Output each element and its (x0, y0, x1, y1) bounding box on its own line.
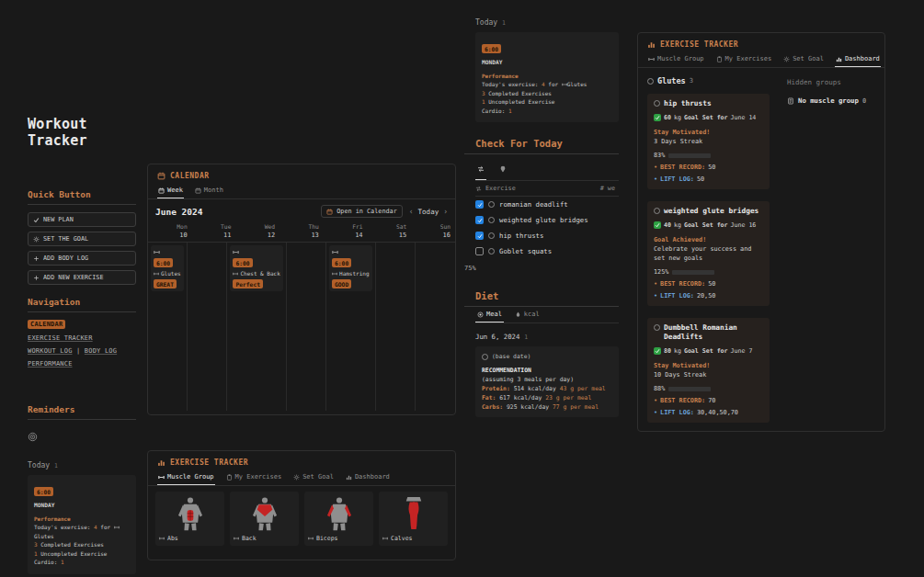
tab-meal[interactable]: Meal (475, 307, 504, 322)
calendar-cell-wed[interactable]: 6:00 Chest & Back Perfect (227, 243, 286, 411)
calendar-cell-mon[interactable]: 6:00 Glutes GREAT (148, 243, 188, 411)
tab-my-exercises[interactable]: My Exercises (225, 470, 283, 485)
goal-check-icon (654, 221, 661, 229)
next-week-button[interactable]: › (443, 208, 448, 216)
exercise-ring-icon (488, 232, 495, 239)
hidden-group-item[interactable]: No muscle group 0 (787, 96, 866, 105)
set-goal-button[interactable]: SET THE GOAL (28, 232, 136, 246)
muscle-diagram-back (234, 494, 295, 533)
sidebar-item-workout-log[interactable]: WORKOUT LOG (28, 347, 73, 355)
diet-date-count: 1 (524, 334, 528, 341)
calendar-today-button[interactable]: Today (418, 208, 439, 216)
chart-icon (157, 458, 165, 467)
calendar-event[interactable]: 6:00 Glutes GREAT (151, 245, 184, 291)
checklist-row[interactable]: Goblet squats (475, 243, 619, 259)
prev-week-button[interactable]: ‹ (409, 208, 414, 216)
reminder-uncompleted: 1 Uncompleted Exercise (34, 549, 130, 559)
tab-dashboard[interactable]: Dashboard (835, 52, 881, 67)
tab-kcal[interactable]: kcal (513, 307, 542, 322)
new-plan-button[interactable]: NEW PLAN (28, 212, 136, 227)
diet-card[interactable]: (base date) RECOMMENDATION (assuming 3 m… (475, 346, 619, 417)
calendar-cell-sat[interactable] (376, 243, 416, 411)
sidebar-item-performance[interactable]: PERFORMANCE (28, 360, 136, 368)
dumbbell-icon (114, 525, 120, 530)
exercise-label: weighted glute bridges (499, 216, 588, 224)
best-record-row: •BEST RECORD:50 (654, 163, 763, 172)
muscle-card-abs[interactable]: Abs (155, 492, 224, 546)
exercise-goal-card[interactable]: Dumbbell Romanian Deadlifts 80kgGoal Set… (647, 318, 770, 423)
exercise-goal-card[interactable]: hip thrusts 60kgGoal Set forJune 14 Stay… (647, 94, 770, 189)
checklist-row[interactable]: hip thrusts (475, 228, 619, 243)
reminder-completed: 3 Completed Exercises (482, 89, 612, 98)
muscle-card-back[interactable]: Back (230, 492, 299, 546)
tab-muscle-group[interactable]: Muscle Group (647, 52, 705, 67)
view-tab-table[interactable] (475, 154, 486, 180)
clipboard-icon (716, 56, 723, 62)
tab-week[interactable]: Week (157, 184, 184, 198)
tab-set-goal[interactable]: Set Goal (292, 470, 335, 485)
event-time-badge: 6:00 (154, 258, 173, 267)
reminder-card[interactable]: 6:00 MONDAY Performance Today's exercise… (475, 32, 619, 122)
sidebar-item-exercise-tracker[interactable]: EXERCISE TRACKER (28, 334, 136, 342)
pin-icon (499, 165, 507, 173)
view-tab-pinned[interactable] (497, 154, 508, 180)
plus-icon (33, 255, 40, 262)
add-body-log-button[interactable]: ADD BODY LOG (28, 251, 136, 266)
status-title: Stay Motivated! (654, 128, 763, 137)
page-title: Workout Tracker (28, 116, 136, 149)
exercise-tracker-heading: EXERCISE TRACKER (148, 451, 455, 470)
calendar-cell-tue[interactable] (188, 243, 227, 411)
exercise-column-header[interactable]: Exercise (485, 185, 516, 192)
reminder-day: MONDAY (34, 501, 130, 510)
calendar-cell-thu[interactable] (287, 243, 326, 411)
tab-month[interactable]: Month (194, 184, 224, 198)
dumbbell-icon (234, 536, 239, 541)
tab-muscle-group[interactable]: Muscle Group (157, 470, 215, 485)
reminder-completed: 3 Completed Exercises (34, 540, 130, 549)
exercise-ring-icon (488, 248, 495, 255)
swap-arrows-icon (477, 165, 485, 173)
checkbox-checked[interactable] (475, 216, 484, 224)
tab-dashboard[interactable]: Dashboard (345, 470, 391, 485)
chart-icon (647, 40, 656, 49)
dumbbell-icon (154, 249, 160, 255)
sidebar-item-body-log[interactable]: BODY LOG (85, 347, 117, 355)
progress-bar (668, 387, 711, 391)
exercise-goal-card[interactable]: weighted glute bridges 40kgGoal Set forJ… (647, 201, 770, 306)
reminder-card[interactable]: 6:00 MONDAY Performance Today's exercise… (28, 475, 136, 574)
calendar-cell-sun[interactable] (416, 243, 455, 411)
calendar-cell-fri[interactable]: 6:00 Hamstring GOOD (326, 243, 376, 411)
calendar-day-header: Mon10 Tue11 Wed12 Thu13 Fri14 Sat15 Sun1… (148, 221, 455, 243)
muscle-card-calves[interactable]: Calves (379, 492, 448, 546)
checkbox-checked[interactable] (475, 200, 484, 209)
dumbbell-icon (648, 56, 655, 62)
tab-my-exercises[interactable]: My Exercises (715, 52, 773, 67)
gear-icon (783, 56, 790, 62)
muscle-card-biceps[interactable]: Biceps (304, 492, 373, 546)
dashboard-panel: EXERCISE TRACKER Muscle Group My Exercis… (637, 32, 885, 432)
dumbbell-icon (159, 536, 165, 541)
dumbbell-icon (233, 249, 239, 255)
status-sub: 3 Days Streak (654, 137, 763, 146)
checkbox-unchecked[interactable] (475, 247, 484, 255)
event-rating-badge: Perfect (233, 279, 263, 288)
calendar-event[interactable]: 6:00 Chest & Back Perfect (230, 245, 282, 291)
progress-bar (668, 153, 711, 158)
exercise-ring-icon (654, 324, 660, 331)
weight-column-header[interactable]: # we (600, 185, 615, 192)
chart-icon (836, 56, 842, 62)
event-rating-badge: GREAT (154, 279, 177, 288)
dumbbell-icon (332, 249, 338, 255)
add-new-exercise-button[interactable]: ADD NEW EXERCISE (28, 270, 136, 285)
sidebar-item-calendar[interactable]: CALENDAR (28, 320, 65, 329)
tab-set-goal[interactable]: Set Goal (782, 52, 825, 67)
checklist-row[interactable]: romanian deadlift (475, 197, 619, 212)
checklist-row[interactable]: weighted glute bridges (475, 212, 619, 228)
checkbox-checked[interactable] (475, 232, 484, 240)
event-muscle: Glutes (161, 269, 181, 277)
muscle-diagram-biceps (308, 494, 370, 533)
open-in-calendar-button[interactable]: Open in Calendar (321, 205, 402, 218)
calendar-event[interactable]: 6:00 Hamstring GOOD (329, 245, 372, 291)
dumbbell-icon (154, 271, 159, 277)
today-count: 1 (54, 462, 58, 470)
